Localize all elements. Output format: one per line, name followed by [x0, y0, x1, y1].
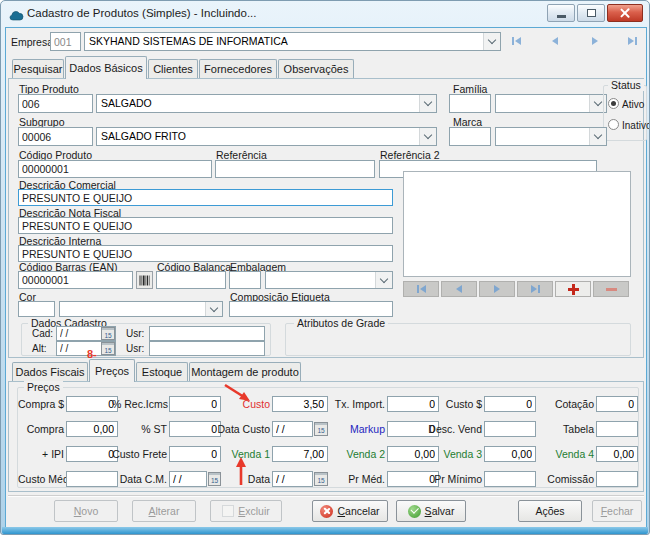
tipo-produto-select[interactable]: SALGADO	[96, 94, 437, 113]
empresa-code-field[interactable]	[50, 32, 81, 51]
cor-code-field[interactable]	[18, 301, 55, 317]
chevron-down-icon[interactable]	[483, 33, 500, 50]
compra-input[interactable]	[66, 421, 118, 437]
calendar-icon[interactable]: 15	[208, 472, 221, 486]
tab-precos[interactable]: Preços	[89, 359, 135, 382]
atributos-grade-groupbox: Atributos de Grade	[285, 323, 631, 356]
tipo-produto-code-field[interactable]	[18, 94, 93, 113]
composicao-etiqueta-field[interactable]	[229, 301, 393, 317]
chevron-down-icon[interactable]	[589, 128, 606, 145]
product-image-box	[403, 171, 631, 277]
data-custo-input[interactable]	[272, 421, 313, 437]
descricao-comercial-field[interactable]	[18, 189, 393, 206]
calendar-icon[interactable]: 15	[101, 327, 115, 340]
cotacao-input[interactable]	[596, 396, 638, 412]
status-inativo-radio[interactable]	[608, 119, 619, 130]
tab-dados-basicos[interactable]: Dados Básicos	[65, 56, 147, 79]
image-previous-button[interactable]	[441, 281, 477, 297]
subgrupo-code-field[interactable]	[18, 127, 93, 146]
subgrupo-select[interactable]: SALGADO FRITO	[96, 127, 437, 146]
tabela-input[interactable]	[596, 421, 638, 437]
precos-group-label: Preços	[24, 381, 63, 393]
data-label: Data	[230, 473, 270, 485]
image-last-button[interactable]	[517, 281, 553, 297]
cad-usr-field[interactable]	[149, 326, 265, 341]
precos-panel: Preços Compra $ % Rec.Icms Custo Tx. Imp…	[8, 381, 644, 492]
chevron-down-icon[interactable]	[375, 272, 392, 288]
marca-code-field[interactable]	[449, 127, 491, 146]
cor-select[interactable]	[59, 301, 223, 317]
image-add-button[interactable]	[555, 281, 591, 297]
image-next-button[interactable]	[479, 281, 515, 297]
chevron-down-icon[interactable]	[419, 128, 436, 145]
tab-clientes[interactable]: Clientes	[148, 59, 198, 78]
embalagem-select[interactable]	[265, 271, 393, 289]
desc-vend-input[interactable]	[484, 421, 536, 437]
descricao-nota-fiscal-field[interactable]	[18, 217, 393, 234]
salvar-button[interactable]: Salvar	[396, 500, 466, 522]
tab-dados-fiscais[interactable]: Dados Fiscais	[12, 362, 88, 381]
tab-estoque[interactable]: Estoque	[136, 362, 188, 381]
custo-med-input[interactable]	[66, 471, 118, 487]
tab-observacoes[interactable]: Observações	[278, 59, 354, 78]
maximize-button[interactable]	[577, 4, 605, 22]
excluir-button[interactable]: Excluir	[210, 500, 282, 522]
codigo-produto-field[interactable]	[18, 160, 212, 178]
data-cm-input[interactable]	[169, 471, 207, 487]
nav-last-button[interactable]	[628, 37, 637, 45]
barcode-icon	[139, 275, 150, 286]
venda4-input[interactable]	[596, 446, 638, 462]
ipi-input[interactable]	[66, 446, 118, 462]
data-input[interactable]	[272, 471, 313, 487]
custo-med-label: Custo Méd	[18, 473, 64, 485]
custo-s2-label: Custo $	[422, 398, 482, 410]
plus-icon	[568, 284, 579, 295]
custo-frete-label: Custo Frete	[112, 448, 167, 460]
nav-first-button[interactable]	[512, 37, 521, 45]
custo-label: Custo	[210, 398, 270, 410]
markup-label: Markup	[318, 423, 385, 435]
chevron-down-icon[interactable]	[205, 302, 222, 316]
codigo-balanca-field[interactable]	[156, 271, 226, 289]
empresa-select[interactable]: SKYHAND SISTEMAS DE INFORMATICA	[84, 32, 501, 51]
codigo-barras-field[interactable]	[18, 271, 133, 289]
compra-s-input[interactable]	[66, 396, 118, 412]
window-title: Cadastro de Produtos (Simples) - Incluin…	[27, 7, 256, 19]
barcode-button[interactable]	[136, 271, 153, 289]
referencia-field[interactable]	[215, 160, 375, 178]
alt-usr-field[interactable]	[149, 341, 265, 356]
image-remove-button[interactable]	[593, 281, 629, 297]
venda2-label: Venda 2	[318, 448, 385, 460]
status-inativo-label: Inativo	[622, 120, 650, 131]
chevron-down-icon[interactable]	[419, 95, 436, 112]
ipi-label: + IPI	[18, 448, 64, 460]
status-ativo-radio[interactable]	[608, 98, 619, 109]
embalagem-code-field[interactable]	[229, 271, 261, 289]
tab-montagem-produto[interactable]: Montagem de produto	[189, 362, 301, 381]
venda3-input[interactable]	[484, 446, 536, 462]
pr-minimo-input[interactable]	[484, 471, 536, 487]
alterar-button[interactable]: Alterar	[132, 500, 196, 522]
acoes-button[interactable]: Ações	[518, 500, 582, 522]
familia-code-field[interactable]	[449, 94, 491, 113]
marca-select[interactable]	[495, 127, 607, 146]
fechar-button[interactable]: Fechar	[592, 500, 642, 522]
window-client-area: Empresa: SKYHAND SISTEMAS DE INFORMATICA…	[5, 27, 647, 528]
calendar-icon[interactable]: 15	[101, 342, 115, 355]
familia-select[interactable]	[495, 94, 607, 113]
st-label: % ST	[112, 423, 167, 435]
close-button[interactable]	[607, 4, 643, 22]
cancelar-button[interactable]: Cancelar	[312, 500, 388, 522]
tab-pesquisar[interactable]: Pesquisar	[12, 59, 64, 78]
nav-previous-button[interactable]	[552, 37, 558, 45]
image-first-button[interactable]	[403, 281, 439, 297]
alt-usr-label: Usr:	[126, 343, 144, 354]
novo-button[interactable]: Novo	[54, 500, 118, 522]
minimize-button[interactable]	[547, 4, 575, 22]
pr-med-label: Pr Méd.	[318, 473, 385, 485]
descricao-interna-field[interactable]	[18, 245, 393, 262]
nav-next-button[interactable]	[592, 37, 598, 45]
custo-s2-input[interactable]	[484, 396, 536, 412]
tab-fornecedores[interactable]: Fornecedores	[199, 59, 277, 78]
comissao-input[interactable]	[596, 471, 638, 487]
